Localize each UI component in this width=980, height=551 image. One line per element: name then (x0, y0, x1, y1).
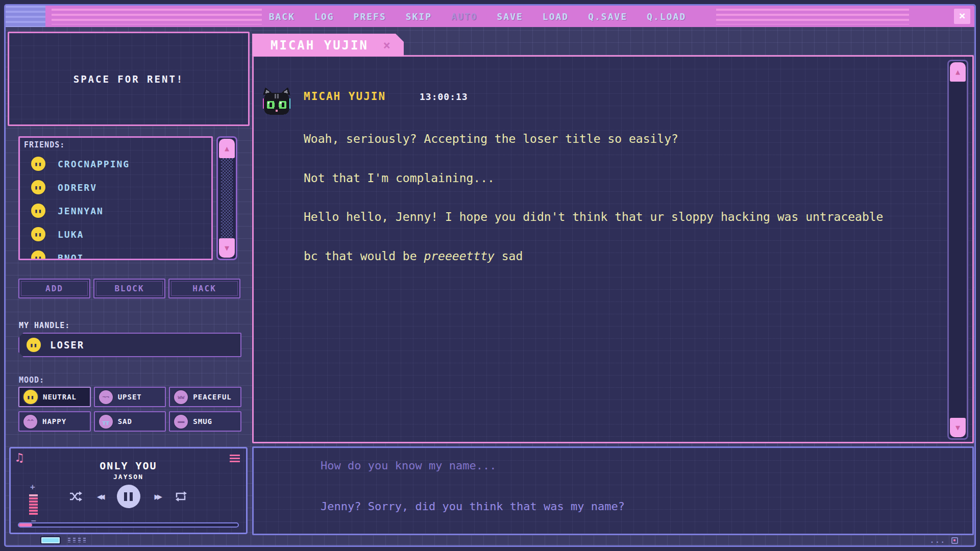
message-line: bc that would be preeeettty sad (304, 250, 883, 263)
sad-face-icon: ╥╥ (99, 415, 113, 429)
app-window: BACK LOG PREFS SKIP AUTO SAVE LOAD Q.SAV… (4, 4, 976, 547)
handle-label: MY HANDLE: (19, 321, 70, 330)
scroll-up-button[interactable]: ▲ (950, 62, 966, 82)
peaceful-face-icon: ww (174, 390, 188, 404)
titlebar-stripes-right (716, 9, 909, 24)
music-player: ♫ ONLY YOU JAYSON + − ◀◀ ▶▶ (9, 447, 248, 534)
mood-label-text: SMUG (193, 417, 212, 425)
neutral-face-icon: ▮▮ (31, 251, 45, 260)
mood-grid: ▮▮ NEUTRAL ¬¬ UPSET ww PEACEFUL ^^ HAPPY… (18, 387, 241, 432)
menu-item-back[interactable]: BACK (269, 11, 295, 22)
status-dots-decoration (68, 538, 86, 542)
song-artist: JAYSON (11, 473, 246, 481)
title-bar: BACK LOG PREFS SKIP AUTO SAVE LOAD Q.SAV… (6, 6, 974, 27)
message-line: Hello hello, Jenny! I hope you didn't th… (304, 211, 883, 224)
dialogue-choices-panel: How do you know my name... Jenny? Sorry,… (252, 446, 974, 535)
scroll-down-button[interactable]: ▼ (219, 238, 235, 258)
hack-button[interactable]: HACK (168, 279, 240, 298)
message-line: Woah, seriously? Accepting the loser tit… (304, 133, 883, 146)
scrollbar-track[interactable] (221, 158, 233, 238)
friend-name: JENNYAN (58, 206, 104, 216)
neutral-face-icon: ▮▮ (23, 390, 38, 404)
chat-message-panel: MICAH YUJIN 13:00:13 Woah, seriously? Ac… (252, 55, 974, 443)
mood-button-upset[interactable]: ¬¬ UPSET (94, 387, 166, 407)
message-author: MICAH YUJIN (304, 90, 386, 103)
neutral-face-icon: ▮▮ (27, 338, 41, 352)
neutral-face-icon: ▮▮ (31, 227, 45, 241)
friend-row-luka[interactable]: ▮▮ LUKA (31, 222, 84, 246)
status-ellipsis: ... (930, 536, 946, 544)
choice-option-2[interactable]: Jenny? Sorry, did you think that was my … (321, 500, 625, 513)
handle-value: LOSER (50, 339, 84, 350)
previous-track-icon[interactable]: ◀◀ (97, 491, 102, 502)
menu-item-prefs[interactable]: PREFS (354, 11, 386, 22)
mood-button-smug[interactable]: ▬▬ SMUG (169, 411, 241, 432)
friend-row-bnoi[interactable]: ▮▮ BNOI (31, 246, 84, 260)
friend-name: CROCNAPPING (58, 159, 130, 169)
status-strip: ... (8, 536, 972, 544)
chat-scrollbar[interactable]: ▲ ▼ (947, 60, 968, 440)
block-button[interactable]: BLOCK (93, 279, 165, 298)
song-title: ONLY YOU (11, 460, 246, 472)
menu-item-save[interactable]: SAVE (497, 11, 523, 22)
friend-name: BNOI (58, 253, 84, 261)
friend-row-jennyan[interactable]: ▮▮ JENNYAN (31, 199, 104, 222)
neutral-face-icon: ▮▮ (31, 180, 45, 194)
friends-list-panel: FRIENDS: ▮▮ CROCNAPPING ▮▮ ODRERV ▮▮ JEN… (18, 136, 213, 260)
friend-row-crocnapping[interactable]: ▮▮ CROCNAPPING (31, 152, 130, 176)
mood-button-neutral[interactable]: ▮▮ NEUTRAL (18, 387, 91, 407)
upset-face-icon: ¬¬ (99, 390, 113, 404)
message-line: Not that I'm complaining... (304, 172, 883, 185)
menu-item-auto[interactable]: AUTO (451, 11, 477, 22)
scroll-up-button[interactable]: ▲ (219, 139, 235, 158)
menu-item-qload[interactable]: Q.LOAD (647, 11, 686, 22)
scroll-down-button[interactable]: ▼ (950, 418, 966, 437)
close-icon: × (959, 9, 965, 22)
friend-row-odrerv[interactable]: ▮▮ ODRERV (31, 176, 97, 199)
shuffle-icon[interactable] (69, 491, 83, 502)
mood-label-text: HAPPY (42, 417, 66, 425)
repeat-icon[interactable] (174, 491, 187, 502)
resize-handle-icon[interactable] (951, 537, 958, 544)
smug-face-icon: ▬▬ (174, 415, 188, 429)
quick-menu: BACK LOG PREFS SKIP AUTO SAVE LOAD Q.SAV… (269, 6, 687, 27)
handle-field[interactable]: ▮▮ LOSER (18, 333, 241, 357)
pause-button[interactable] (117, 485, 140, 508)
add-friend-button[interactable]: ADD (18, 279, 90, 298)
neutral-face-icon: ▮▮ (31, 204, 45, 218)
tab-close-icon[interactable]: × (383, 38, 390, 53)
choice-option-1[interactable]: How do you know my name... (321, 459, 496, 472)
mood-label-text: PEACEFUL (193, 393, 231, 401)
song-progress-bar[interactable] (18, 522, 239, 528)
menu-item-log[interactable]: LOG (314, 11, 334, 22)
arrow-up-icon: ▲ (225, 144, 229, 153)
titlebar-stripes-left (52, 9, 262, 24)
ad-banner-text: SPACE FOR RENT! (74, 73, 184, 85)
mood-label-text: NEUTRAL (43, 393, 77, 401)
next-track-icon[interactable]: ▶▶ (155, 491, 160, 502)
arrow-down-icon: ▼ (955, 423, 960, 432)
chat-tab-micah-yujin[interactable]: MICAH YUJIN × (252, 34, 404, 56)
cat-avatar (262, 87, 291, 117)
friends-label: FRIENDS: (24, 140, 65, 149)
mood-button-happy[interactable]: ^^ HAPPY (18, 411, 91, 432)
message-timestamp: 13:00:13 (420, 91, 468, 102)
transport-controls: ◀◀ ▶▶ (11, 484, 246, 509)
mood-label-text: SAD (118, 417, 132, 425)
ad-banner-panel: SPACE FOR RENT! (8, 32, 250, 126)
friends-scrollbar[interactable]: ▲ ▼ (216, 136, 237, 260)
friend-name: LUKA (58, 229, 84, 240)
happy-face-icon: ^^ (23, 415, 37, 429)
window-close-button[interactable]: × (954, 9, 970, 24)
menu-item-skip[interactable]: SKIP (406, 11, 432, 22)
mood-label: MOOD: (19, 375, 44, 385)
menu-item-load[interactable]: LOAD (543, 11, 569, 22)
mood-button-peaceful[interactable]: ww PEACEFUL (169, 387, 241, 407)
message-body: Woah, seriously? Accepting the loser tit… (304, 107, 883, 289)
titlebar-corner-decoration (6, 6, 45, 27)
neutral-face-icon: ▮▮ (31, 157, 45, 171)
mood-button-sad[interactable]: ╥╥ SAD (94, 411, 166, 432)
song-progress-fill (19, 523, 32, 527)
friend-name: ODRERV (58, 182, 97, 193)
menu-item-qsave[interactable]: Q.SAVE (588, 11, 627, 22)
